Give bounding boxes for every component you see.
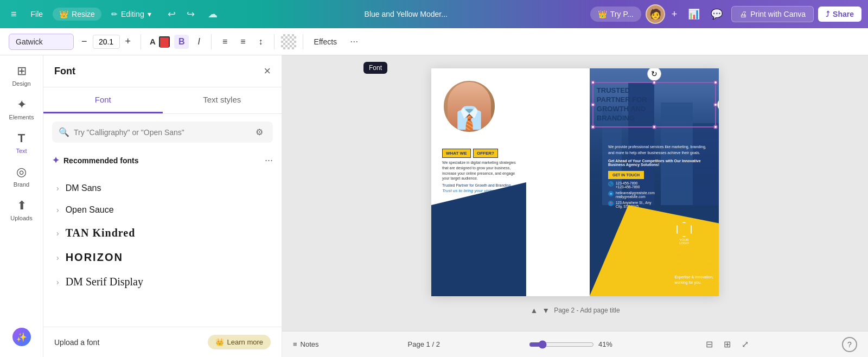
avatar[interactable]: 🧑 (646, 4, 665, 24)
page-2-label: ▲ ▼ Page 2 - Add page title (521, 303, 628, 318)
page-indicator: Page 1 / 2 (408, 340, 440, 348)
expertise-text: Expertise & innovation,working for you. (674, 275, 713, 285)
effects-button[interactable]: Effects (310, 35, 342, 48)
font-name: DM Serif Display (66, 276, 143, 288)
grid-view-button[interactable]: ⊟ (701, 337, 717, 352)
bold-button[interactable]: B (174, 35, 189, 49)
font-filter-button[interactable]: ⚙ (252, 126, 266, 138)
try-premium-button[interactable]: 👑 Try P... (590, 7, 641, 22)
page-expand-button[interactable]: ▲ (530, 306, 538, 315)
align-button[interactable]: ≡ (218, 35, 232, 49)
font-name: HORIZON (66, 251, 123, 264)
selection-handle-tl[interactable] (591, 80, 595, 85)
sparkle-icon: ✦ (52, 155, 59, 165)
font-size-input[interactable] (93, 35, 120, 49)
sidebar-item-uploads[interactable]: ⬆ Uploads (3, 194, 41, 226)
font-item-horizon[interactable]: › HORIZON (48, 246, 277, 269)
flyer-person: 👔 (448, 82, 491, 131)
selection-handle-bl[interactable] (591, 125, 595, 129)
italic-button[interactable]: I (193, 35, 204, 49)
zoom-level: 41% (598, 340, 612, 348)
selection-handle-br[interactable] (713, 125, 718, 129)
font-tabs: Font Text styles (43, 87, 282, 114)
help-button[interactable]: ? (842, 337, 857, 352)
sidebar-item-text[interactable]: T Text (3, 127, 41, 158)
editing-button[interactable]: ✏ Editing ▾ (106, 8, 157, 21)
comment-icon[interactable]: 💬 (706, 6, 727, 22)
spacing-button[interactable]: ↕ (254, 35, 267, 49)
share-button[interactable]: ⤴ Share (818, 7, 861, 22)
zoom-control: 41% (529, 340, 612, 349)
fullscreen-button[interactable]: ⤢ (737, 337, 753, 352)
menu-icon[interactable]: ≡ (7, 7, 21, 22)
increase-size-button[interactable]: + (122, 35, 135, 48)
canvas-area: 👔 WHAT WE OFFER? We specialize in digita… (282, 55, 868, 357)
get-in-touch-button: GET IN TOUCH (608, 171, 644, 179)
digital-solutions-text: DIGITALSOLUTIONS (675, 253, 713, 269)
offer-badge: OFFER? (473, 149, 498, 158)
text-color-swatch[interactable] (159, 36, 170, 47)
divider-4 (303, 34, 303, 49)
flyer-provide-text: We provide professional services like ma… (608, 144, 709, 156)
flyer-blue-shape (431, 182, 526, 296)
chevron-icon: › (56, 206, 59, 214)
list-button[interactable]: ≡ (236, 35, 250, 49)
font-item-dm-serif[interactable]: › DM Serif Display (48, 270, 277, 294)
logo-text: YOURLOGO (676, 238, 692, 245)
font-selector[interactable]: Gatwick (9, 34, 74, 50)
selection-handle-tr[interactable] (713, 80, 718, 85)
contact-address: 📍 123 Anywhere St., AnyCity, ST 12345 (608, 201, 709, 208)
transparency-button[interactable] (281, 34, 296, 49)
share-icon: ⤴ (826, 10, 829, 18)
text-color-a[interactable]: A (148, 36, 158, 47)
sidebar-item-design[interactable]: ⊞ Design (3, 60, 41, 91)
location-icon: 📍 (608, 201, 614, 206)
magic-icon: ✨ (12, 328, 31, 346)
more-options-button[interactable]: ··· (346, 34, 362, 49)
font-tooltip: Font (363, 62, 387, 74)
font-panel-close-button[interactable]: × (264, 64, 271, 78)
logo-hexagon (676, 222, 692, 237)
email-icon: ✉ (608, 191, 614, 196)
undo-button[interactable]: ↩ (163, 6, 180, 22)
font-item-tan-kindred[interactable]: › TAN Kindred (48, 221, 277, 245)
contact-email: ✉ helloareallygreatsite.comreallygreatsi… (608, 191, 709, 199)
left-sidebar: ⊞ Design ✦ Elements T Text ◎ Brand ⬆ Upl… (0, 55, 43, 357)
sidebar-item-brand[interactable]: ◎ Brand (3, 161, 41, 192)
recommended-more-button[interactable]: ··· (265, 155, 273, 166)
add-collaborator-button[interactable]: + (669, 7, 680, 22)
page-collapse-button[interactable]: ▼ (542, 306, 550, 315)
tiles-view-button[interactable]: ⊞ (719, 337, 735, 352)
printer-icon: 🖨 (739, 10, 747, 18)
canvas-document[interactable]: 👔 WHAT WE OFFER? We specialize in digita… (431, 68, 719, 296)
redo-button[interactable]: ↪ (182, 6, 199, 22)
selection-handle-lm[interactable] (591, 103, 595, 107)
canvas-wrapper[interactable]: 👔 WHAT WE OFFER? We specialize in digita… (282, 55, 868, 331)
print-button[interactable]: 🖨 Print with Canva (731, 6, 814, 22)
recommended-section: ✦ Recommended fonts ··· (43, 150, 282, 177)
font-list: › DM Sans › Open Sauce › TAN Kindred › H… (43, 177, 282, 327)
resize-button[interactable]: 👑 Resize (53, 8, 101, 21)
what-badge: WHAT WE (442, 149, 471, 158)
tab-text-styles[interactable]: Text styles (163, 87, 282, 113)
font-panel-title: Font (54, 66, 75, 77)
sidebar-item-magic[interactable]: ✨ (3, 323, 41, 350)
learn-more-button[interactable]: 👑 Learn more (208, 335, 271, 349)
flyer-what-we-offer: WHAT WE OFFER? We specialize in digital … (442, 147, 518, 193)
font-size-control: − + (78, 35, 134, 49)
font-search-input[interactable] (74, 128, 248, 137)
analytics-icon[interactable]: 📊 (684, 6, 704, 22)
file-button[interactable]: File (25, 8, 49, 21)
font-item-dm-sans[interactable]: › DM Sans (48, 178, 277, 199)
notes-button[interactable]: ≡ Notes (293, 340, 319, 348)
zoom-slider[interactable] (529, 340, 594, 349)
text-icon: T (18, 131, 25, 145)
flyer-trusted-text: Trusted Partner for Growth and Branding (442, 183, 518, 187)
decrease-size-button[interactable]: − (78, 35, 91, 48)
font-item-open-sauce[interactable]: › Open Sauce (48, 200, 277, 220)
crown-icon: 👑 (598, 10, 607, 18)
chevron-icon: › (56, 253, 59, 262)
sidebar-item-elements[interactable]: ✦ Elements (3, 93, 41, 125)
font-panel: Font × Font Text styles 🔍 ⚙ ✦ Recommende… (43, 55, 282, 357)
tab-font[interactable]: Font (43, 87, 163, 113)
